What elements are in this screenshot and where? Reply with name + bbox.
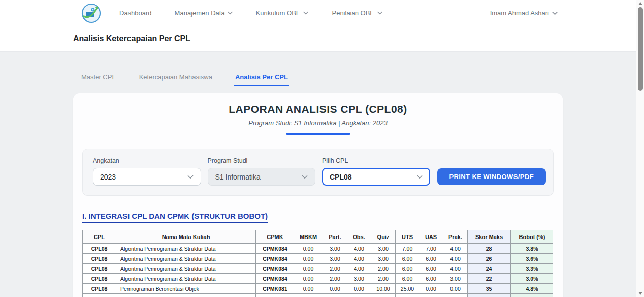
tab-bar: Master CPLKetercapaian MahasiswaAnalisis… <box>0 52 636 86</box>
column-header-uas: UAS <box>419 230 443 244</box>
table-cell: 0.00 <box>323 284 347 294</box>
table-cell: Algoritma Pemrograman & Struktur Data <box>116 254 256 264</box>
table-cell: 0.00 <box>396 294 419 297</box>
table-row: CPL08Pemrograman Berorientasi ObjekCPMK0… <box>83 294 553 297</box>
table-cell: 2.00 <box>371 274 396 284</box>
scrollbar-thumb[interactable] <box>638 7 643 91</box>
table-cell: 3.8% <box>511 244 553 254</box>
table-cell: 7.00 <box>419 244 443 254</box>
table-cell: 6.00 <box>396 254 419 264</box>
table-cell: CPL08 <box>83 244 116 254</box>
table-cell: Pemrograman Berorientasi Objek <box>116 284 256 294</box>
title-divider <box>286 133 350 135</box>
chevron-down-icon <box>552 11 558 15</box>
table-cell: CPL08 <box>83 274 116 284</box>
table-cell: 3.3% <box>511 264 553 274</box>
table-cell: 4.9% <box>511 294 553 297</box>
table-cell: 5.00 <box>323 294 347 297</box>
table-cell: 35 <box>468 284 511 294</box>
pilih-cpl-select[interactable]: CPL08 <box>322 168 430 186</box>
program-studi-value: S1 Informatika <box>215 173 261 181</box>
table-cell: CPL08 <box>83 294 116 297</box>
nav-item-label: Kurikulum OBE <box>256 9 301 17</box>
scroll-down-icon[interactable] <box>636 290 644 296</box>
table-cell: 0.00 <box>371 294 396 297</box>
table-cell: Pemrograman Berorientasi Objek <box>116 294 256 297</box>
report-subtitle: Program Studi: S1 Informatika | Angkatan… <box>73 119 563 127</box>
table-cell: 0.00 <box>294 274 323 284</box>
column-header-uts: UTS <box>396 230 419 244</box>
table-cell: CPMK084 <box>256 264 294 274</box>
table-cell: 4.00 <box>347 264 371 274</box>
nav-item-kurikulum-obe[interactable]: Kurikulum OBE <box>256 9 309 17</box>
angkatan-select[interactable]: 2023 <box>93 168 201 186</box>
table-cell: 4.00 <box>443 264 468 274</box>
table-cell: Algoritma Pemrograman & Struktur Data <box>116 244 256 254</box>
table-cell: 3.00 <box>323 254 347 264</box>
table-cell: CPMK084 <box>256 294 294 297</box>
table-cell: CPMK084 <box>256 274 294 284</box>
nav-item-manajemen-data[interactable]: Manajemen Data <box>175 9 233 17</box>
table-cell: CPMK084 <box>256 254 294 264</box>
chevron-down-icon <box>377 11 382 15</box>
table-cell: 6.00 <box>419 274 443 284</box>
tab-list: Master CPLKetercapaian MahasiswaAnalisis… <box>80 73 636 86</box>
table-cell: 4.00 <box>443 244 468 254</box>
table-cell: 4.00 <box>347 244 371 254</box>
table-row: CPL08Algoritma Pemrograman & Struktur Da… <box>83 244 553 254</box>
chevron-down-icon <box>303 11 308 15</box>
pilih-cpl-value: CPL08 <box>330 173 352 181</box>
app-logo[interactable] <box>81 3 101 23</box>
column-header-part: Part. <box>323 230 347 244</box>
scroll-up-icon[interactable] <box>636 1 644 7</box>
table-cell: 0.00 <box>294 254 323 264</box>
table-cell: 3.00 <box>443 274 468 284</box>
chevron-down-icon <box>187 175 194 179</box>
column-header-cpl: CPL <box>83 230 116 244</box>
table-cell: 15.00 <box>419 294 443 297</box>
user-name: Imam Ahmad Ashari <box>490 9 549 17</box>
table-cell: 6.00 <box>396 274 419 284</box>
column-header-bobot: Bobot (%) <box>511 230 553 244</box>
tab-analisis-per-cpl[interactable]: Analisis Per CPL <box>234 73 289 86</box>
filter-panel: Angkatan 2023 Program Studi S1 Informati… <box>82 149 554 196</box>
pilih-cpl-label: Pilih CPL <box>322 157 430 164</box>
table-cell: CPL08 <box>83 254 116 264</box>
table-cell: CPL08 <box>83 264 116 274</box>
table-row: CPL08Algoritma Pemrograman & Struktur Da… <box>83 264 553 274</box>
table-cell: 7.00 <box>396 244 419 254</box>
print-pdf-button[interactable]: PRINT KE WINDOWS/PDF <box>437 168 546 185</box>
table-cell: 3.00 <box>371 244 396 254</box>
table-cell: 28 <box>468 244 511 254</box>
tab-ketercapaian-mahasiswa[interactable]: Ketercapaian Mahasiswa <box>138 73 214 86</box>
nav-item-penilaian-obe[interactable]: Penilaian OBE <box>332 9 382 17</box>
table-cell: 6.00 <box>396 264 419 274</box>
table-cell: 8.00 <box>443 294 468 297</box>
table-cell: 22 <box>468 274 511 284</box>
table-cell: 26 <box>468 254 511 264</box>
tab-master-cpl[interactable]: Master CPL <box>80 73 117 86</box>
column-header-nama-mata-kuliah: Nama Mata Kuliah <box>116 230 256 244</box>
table-cell: 3.00 <box>371 254 396 264</box>
vertical-scrollbar[interactable] <box>636 0 644 297</box>
app-logo-icon <box>81 3 101 23</box>
column-header-quiz: Quiz <box>371 230 396 244</box>
chevron-down-icon <box>417 175 423 179</box>
table-cell: 3.00 <box>323 244 347 254</box>
column-header-obs: Obs. <box>347 230 371 244</box>
chevron-down-icon <box>228 11 233 15</box>
chevron-down-icon <box>302 175 308 179</box>
table-cell: 6.00 <box>419 254 443 264</box>
nav-item-dashboard[interactable]: Dashboard <box>119 9 152 17</box>
table-cell: 4.00 <box>347 254 371 264</box>
table-cell: 0.00 <box>294 264 323 274</box>
column-header-skor-maks: Skor Maks <box>468 230 511 244</box>
table-cell: 3.00 <box>347 274 371 284</box>
table-cell: 0.00 <box>443 284 468 294</box>
user-menu[interactable]: Imam Ahmad Ashari <box>490 9 558 17</box>
report-card: LAPORAN ANALISIS CPL (CPL08) Program Stu… <box>73 93 563 297</box>
table-row: CPL08Algoritma Pemrograman & Struktur Da… <box>83 254 553 264</box>
table-cell: CPMK084 <box>256 244 294 254</box>
table-cell: 0.00 <box>294 244 323 254</box>
table-cell: 4.8% <box>511 284 553 294</box>
